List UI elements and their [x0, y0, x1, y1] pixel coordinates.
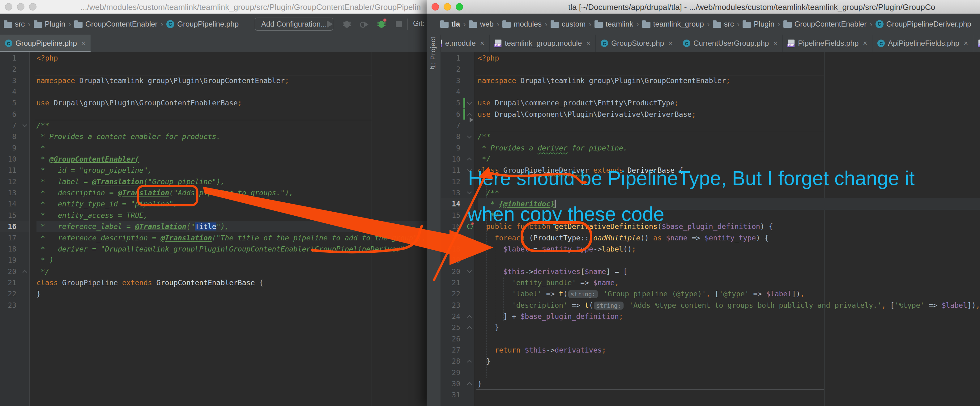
close-tab-icon[interactable]: ×	[668, 39, 673, 48]
code-line[interactable]	[477, 367, 980, 378]
titlebar[interactable]: .../web/modules/custom/teamlink/teamlink…	[0, 0, 426, 14]
gutter-line-number[interactable]: 13	[0, 187, 29, 198]
code-line[interactable]: }	[477, 356, 980, 367]
zoom-window-icon[interactable]	[456, 3, 463, 11]
gutter-line-number[interactable]: 9	[441, 143, 474, 154]
gutter-line-number[interactable]: 4	[441, 86, 474, 97]
code-line[interactable]: 'description' => t(string: 'Adds %type c…	[477, 300, 980, 311]
gutter-line-number[interactable]: 31	[441, 389, 474, 400]
gutter-line-number[interactable]: 7	[441, 120, 474, 131]
gutter-line-number[interactable]: 22	[441, 288, 474, 300]
code-line[interactable]: * reference_label = @Translation("Title"…	[37, 221, 426, 232]
gutter-line-number[interactable]: 15	[0, 210, 29, 221]
gutter-line-number[interactable]: 21	[0, 277, 29, 288]
code-line[interactable]	[37, 63, 426, 75]
fold-marker-icon[interactable]	[467, 268, 472, 273]
code-line[interactable]: */	[37, 266, 426, 277]
code-line[interactable]: }	[477, 378, 980, 389]
code-line[interactable]: }	[37, 288, 426, 300]
code-area[interactable]: <?phpnamespace Drupal\teamlink_group\Plu…	[37, 52, 426, 406]
run-with-coverage-icon[interactable]	[360, 20, 369, 29]
fold-marker-icon[interactable]	[467, 360, 472, 365]
editor-tab[interactable]: teamlink_group.module×	[490, 35, 596, 52]
code-line[interactable]: use Drupal\Component\Plugin\Derivative\D…	[477, 109, 980, 120]
code-line[interactable]	[37, 300, 426, 311]
code-line[interactable]: namespace Drupal\teamlink_group\Plugin\G…	[37, 75, 426, 86]
editor-gutter[interactable]: 1234567891011121314151617181920212223242…	[441, 52, 474, 406]
breadcrumb-item[interactable]: GroupContentEnabler	[74, 20, 158, 29]
gutter-line-number[interactable]: 2	[441, 63, 474, 75]
close-tab-icon[interactable]: ×	[964, 39, 968, 48]
gutter-line-number[interactable]: 28	[441, 356, 474, 367]
code-line[interactable]: ] + $base_plugin_definition;	[477, 311, 980, 322]
gutter-line-number[interactable]: 3	[0, 75, 29, 86]
close-tab-icon[interactable]: ×	[480, 39, 484, 48]
breadcrumb-item[interactable]: CGroupPipelineDeriver.php	[875, 20, 971, 29]
minimize-window-icon[interactable]	[17, 3, 24, 11]
code-line[interactable]: * )	[37, 255, 426, 266]
code-line[interactable]: * @GroupContentEnabler(	[37, 154, 426, 165]
gutter-line-number[interactable]: 7	[0, 120, 29, 131]
gutter-line-number[interactable]: 2	[0, 63, 29, 75]
code-line[interactable]	[477, 86, 980, 97]
php-listen-debug-icon[interactable]	[377, 20, 386, 29]
editor-tab[interactable]: e.module×	[441, 35, 490, 52]
code-line[interactable]: 'label' => t(string: 'Group pipeline (@t…	[477, 288, 980, 300]
code-line[interactable]: * id = "group_pipeline",	[37, 165, 426, 176]
code-line[interactable]: *	[37, 143, 426, 154]
gutter-line-number[interactable]: 5	[441, 97, 474, 108]
code-line[interactable]: class GroupPipeline extends GroupContent…	[37, 277, 426, 288]
code-line[interactable]	[37, 109, 426, 120]
breadcrumb-item[interactable]: modules	[503, 20, 542, 29]
zoom-window-icon[interactable]	[29, 3, 37, 11]
code-line[interactable]: use Drupal\group\Plugin\GroupContentEnab…	[37, 97, 426, 108]
code-line[interactable]	[477, 333, 980, 344]
fold-marker-icon[interactable]	[467, 326, 472, 331]
breadcrumb-item[interactable]: src	[4, 20, 25, 29]
gutter-line-number[interactable]: 8	[441, 131, 474, 142]
breadcrumb-item[interactable]: CGroupPipeline.php	[166, 20, 239, 29]
close-window-icon[interactable]	[5, 3, 13, 11]
breadcrumb-item[interactable]: Plugin	[34, 20, 65, 29]
gutter-line-number[interactable]: 6	[0, 109, 29, 120]
fold-marker-icon[interactable]	[467, 190, 472, 195]
fold-marker-icon[interactable]	[467, 382, 472, 387]
gutter-line-number[interactable]: 3	[441, 75, 474, 86]
code-line[interactable]: * description = @Translation("Adds pipel…	[37, 187, 426, 198]
code-line[interactable]: return $this->derivatives;	[477, 344, 980, 356]
close-tab-icon[interactable]: ×	[863, 39, 867, 48]
editor-tab[interactable]: CCurrentUserGroup.php×	[678, 35, 783, 52]
project-tool-window-button[interactable]: 1: Project	[429, 36, 437, 68]
gutter-line-number[interactable]: 5	[0, 97, 29, 108]
fold-marker-icon[interactable]	[22, 270, 27, 275]
gutter-line-number[interactable]: 20	[0, 266, 29, 277]
minimize-window-icon[interactable]	[444, 3, 451, 11]
code-line[interactable]: * entity_access = TRUE,	[37, 210, 426, 221]
gutter-line-number[interactable]: 19	[0, 255, 29, 266]
code-line[interactable]: 'entity_bundle' => $name,	[477, 277, 980, 288]
close-tab-icon[interactable]: ×	[586, 39, 590, 48]
gutter-line-number[interactable]: 21	[441, 277, 474, 288]
gutter-line-number[interactable]: 18	[441, 243, 474, 255]
gutter-line-number[interactable]: 1	[441, 52, 474, 63]
code-line[interactable]: $this->derivatives[$name] = [	[477, 266, 980, 277]
editor-tab[interactable]: CGroupPipeline.php×	[0, 35, 91, 52]
code-line[interactable]: foreach (ProductType::loadMultiple() as …	[477, 232, 980, 243]
code-line[interactable]	[477, 63, 980, 75]
fold-marker-icon[interactable]	[22, 122, 27, 127]
gutter-line-number[interactable]: 24	[441, 311, 474, 322]
code-line[interactable]: /**	[37, 120, 426, 131]
gutter-line-number[interactable]: 14	[0, 198, 29, 209]
code-line[interactable]: */	[477, 154, 980, 165]
code-line[interactable]	[37, 86, 426, 97]
code-line[interactable]: use Drupal\commerce_product\Entity\Produ…	[477, 97, 980, 108]
gutter-line-number[interactable]: 23	[0, 300, 29, 311]
editor-gutter[interactable]: 1234567891011121314151617181920212223	[0, 52, 30, 406]
code-line[interactable]: * Provides a deriver for pipeline.	[477, 143, 980, 154]
gutter-line-number[interactable]: 4	[0, 86, 29, 97]
fold-marker-icon[interactable]	[467, 133, 472, 138]
code-line[interactable]: <?php	[37, 52, 426, 63]
gutter-line-number[interactable]: 17	[0, 232, 29, 243]
code-line[interactable]	[477, 255, 980, 266]
breadcrumb-item[interactable]: GroupContentEnabler	[783, 20, 867, 29]
